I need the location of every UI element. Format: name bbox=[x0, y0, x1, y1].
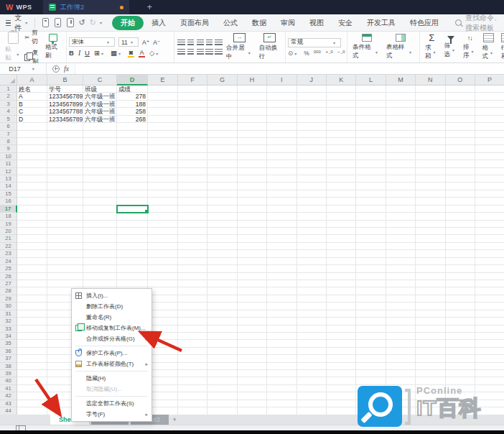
cell-J33[interactable] bbox=[297, 326, 327, 333]
ribbon-tab-开始[interactable]: 开始 bbox=[112, 16, 144, 30]
cell-G36[interactable] bbox=[207, 348, 237, 355]
cell-J28[interactable] bbox=[297, 287, 327, 295]
cell-M11[interactable] bbox=[386, 160, 416, 167]
cell-C21[interactable] bbox=[83, 235, 117, 242]
cell-L31[interactable] bbox=[356, 310, 386, 318]
cell-O2[interactable] bbox=[446, 93, 475, 100]
cell-J30[interactable] bbox=[297, 303, 327, 310]
cell-M43[interactable] bbox=[386, 400, 416, 407]
cell-G15[interactable] bbox=[207, 190, 237, 198]
cell-J36[interactable] bbox=[297, 348, 327, 355]
cell-E29[interactable] bbox=[148, 295, 178, 303]
cell-H26[interactable] bbox=[238, 273, 267, 280]
cell-A4[interactable]: C bbox=[17, 108, 47, 115]
cell-F5[interactable] bbox=[178, 116, 207, 123]
cell-L36[interactable] bbox=[356, 348, 386, 355]
cell-E8[interactable] bbox=[148, 138, 178, 145]
cell-M8[interactable] bbox=[386, 138, 416, 145]
cell-P33[interactable] bbox=[475, 326, 504, 333]
cell-G39[interactable] bbox=[207, 370, 237, 377]
cell-N3[interactable] bbox=[416, 101, 445, 108]
cell-O8[interactable] bbox=[446, 138, 475, 145]
row-header-44[interactable]: 44 bbox=[0, 407, 17, 415]
cell-H20[interactable] bbox=[238, 228, 267, 235]
cell-I15[interactable] bbox=[267, 190, 297, 198]
cell-F26[interactable] bbox=[178, 273, 207, 280]
cell-C20[interactable] bbox=[83, 228, 117, 235]
cell-N13[interactable] bbox=[416, 175, 445, 183]
cell-P30[interactable] bbox=[475, 303, 504, 310]
cell-E13[interactable] bbox=[148, 175, 178, 183]
cell-E15[interactable] bbox=[148, 190, 178, 198]
cell-E17[interactable] bbox=[148, 206, 178, 213]
print-preview-icon[interactable] bbox=[67, 18, 73, 27]
cell-P44[interactable] bbox=[475, 407, 504, 415]
cell-D7[interactable] bbox=[117, 131, 148, 138]
paste-button[interactable]: 粘贴▾ bbox=[2, 32, 24, 63]
cell-C2[interactable]: 六年级一班 bbox=[83, 93, 117, 100]
cell-P29[interactable] bbox=[475, 295, 504, 303]
cell-F30[interactable] bbox=[178, 303, 207, 310]
cell-F11[interactable] bbox=[178, 160, 207, 167]
cell-I6[interactable] bbox=[267, 123, 297, 130]
cell-E2[interactable] bbox=[148, 93, 178, 100]
cell-K41[interactable] bbox=[327, 385, 356, 392]
font-name-select[interactable]: 宋体▾ bbox=[69, 37, 115, 47]
shrink-font-button[interactable]: A⁻ bbox=[153, 39, 160, 46]
cell-G10[interactable] bbox=[207, 153, 237, 160]
cell-K22[interactable] bbox=[327, 243, 356, 250]
cell-N31[interactable] bbox=[416, 310, 445, 318]
cell-D8[interactable] bbox=[117, 138, 148, 145]
document-tab[interactable]: 工作簿2 bbox=[43, 0, 129, 14]
cell-O18[interactable] bbox=[446, 213, 475, 220]
cell-I31[interactable] bbox=[267, 310, 297, 318]
cell-A1[interactable]: 姓名 bbox=[17, 86, 47, 93]
cell-J19[interactable] bbox=[297, 221, 327, 228]
cell-E25[interactable] bbox=[148, 265, 178, 272]
add-sheet-button[interactable]: + bbox=[173, 416, 177, 423]
cell-L17[interactable] bbox=[356, 206, 386, 213]
cell-M1[interactable] bbox=[386, 86, 416, 93]
grow-font-button[interactable]: A⁺ bbox=[142, 39, 149, 46]
cell-I44[interactable] bbox=[267, 407, 297, 415]
cell-B14[interactable] bbox=[47, 183, 83, 190]
cell-L16[interactable] bbox=[356, 198, 386, 205]
context-menu-item-delete-sheet[interactable]: 删除工作表(D) bbox=[72, 301, 151, 312]
formula-input[interactable] bbox=[75, 63, 504, 74]
cell-L10[interactable] bbox=[356, 153, 386, 160]
cell-A28[interactable] bbox=[17, 287, 47, 295]
cell-F18[interactable] bbox=[178, 213, 207, 220]
cell-P26[interactable] bbox=[475, 273, 504, 280]
align-bottom-icon[interactable] bbox=[197, 40, 204, 45]
cell-I30[interactable] bbox=[267, 303, 297, 310]
cell-O17[interactable] bbox=[446, 206, 475, 213]
cell-A14[interactable] bbox=[17, 183, 47, 190]
cell-O31[interactable] bbox=[446, 310, 475, 318]
cell-N44[interactable] bbox=[416, 407, 445, 415]
cell-J3[interactable] bbox=[297, 101, 327, 108]
cell-A26[interactable] bbox=[17, 273, 47, 280]
context-menu-item-merge-split-table[interactable]: 合并或拆分表格(G)▸ bbox=[72, 333, 151, 344]
cell-K4[interactable] bbox=[327, 108, 356, 115]
cell-H4[interactable] bbox=[238, 108, 267, 115]
context-menu-item-font-size[interactable]: 字号(F)▸ bbox=[72, 409, 151, 420]
cell-N5[interactable] bbox=[416, 116, 445, 123]
cell-O16[interactable] bbox=[446, 198, 475, 205]
cell-B6[interactable] bbox=[47, 123, 83, 130]
redo-icon[interactable]: ↻ bbox=[90, 18, 96, 27]
column-header-N[interactable]: N bbox=[416, 75, 445, 86]
cell-P28[interactable] bbox=[475, 287, 504, 295]
cell-C27[interactable] bbox=[83, 280, 117, 287]
cell-K42[interactable] bbox=[327, 392, 356, 400]
cell-G18[interactable] bbox=[207, 213, 237, 220]
cell-C14[interactable] bbox=[83, 183, 117, 190]
cell-I42[interactable] bbox=[267, 392, 297, 400]
cell-E26[interactable] bbox=[148, 273, 178, 280]
insert-function-button[interactable]: fx bbox=[64, 65, 69, 73]
cell-K25[interactable] bbox=[327, 265, 356, 272]
align-middle-icon[interactable] bbox=[187, 40, 194, 45]
cell-K21[interactable] bbox=[327, 235, 356, 242]
cell-I20[interactable] bbox=[267, 228, 297, 235]
cell-O42[interactable] bbox=[446, 392, 475, 400]
cell-P36[interactable] bbox=[475, 348, 504, 355]
